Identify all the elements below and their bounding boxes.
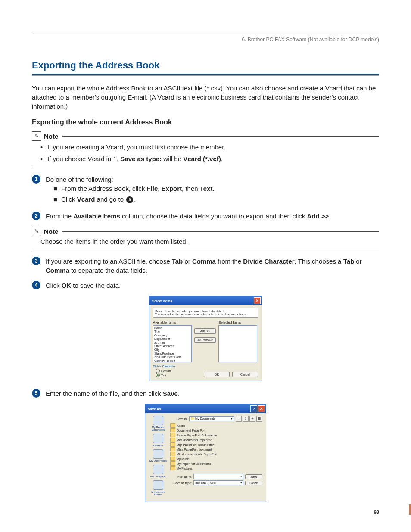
list-item[interactable]: Zip Code/Post Code <box>154 355 190 359</box>
step-number-icon: 3 <box>32 257 40 265</box>
cancel-button[interactable]: Cancel <box>245 481 262 485</box>
select-items-dialog: Select Items ✕ Select items in the order… <box>149 296 262 381</box>
list-item[interactable]: Job Title <box>154 341 190 345</box>
section-heading: Exporting the whole current Address Book <box>32 118 379 126</box>
places-item[interactable]: My Network Places <box>149 480 168 496</box>
note-item: If you choose Vcard in 1, Save as type: … <box>47 154 223 163</box>
cancel-button[interactable]: Cancel <box>232 372 258 377</box>
remove-button[interactable]: << Remove <box>194 337 216 343</box>
available-items-label: Available Items <box>153 320 192 324</box>
note-header-2: ✎ Note <box>32 227 379 236</box>
step-ref-1-icon: 1 <box>113 154 117 163</box>
step-5: 5 Enter the name of the file, and then c… <box>32 389 379 398</box>
folder-icon <box>170 457 175 461</box>
list-item[interactable]: Title <box>154 330 190 333</box>
list-item[interactable]: My PaperPort Documents <box>170 461 262 466</box>
list-item[interactable]: Mina PaperPort-dokument <box>170 447 262 451</box>
list-item[interactable]: Department <box>154 337 190 341</box>
list-item[interactable]: Name <box>154 327 190 330</box>
help-button[interactable]: ? <box>250 405 257 412</box>
page-title: Exporting the Address Book <box>32 60 379 71</box>
back-button[interactable]: ← <box>236 416 242 422</box>
places-label: Desktop <box>149 444 168 447</box>
radio-comma[interactable]: Comma <box>156 369 175 373</box>
folder-icon <box>153 416 163 425</box>
folder-icon <box>170 438 175 442</box>
list-item[interactable]: Mis documentos de PaperPort <box>170 452 262 456</box>
note-label: Note <box>44 228 58 235</box>
breadcrumb: 6. Brother PC-FAX Software (Not availabl… <box>32 37 379 43</box>
folder-list[interactable]: AdobeDocumenti PaperPortEigene PaperPort… <box>170 423 262 470</box>
places-item[interactable]: My Recent Documents <box>149 416 168 431</box>
folder-icon <box>170 461 175 466</box>
places-item[interactable]: My Computer <box>149 465 168 478</box>
folder-icon <box>170 433 175 437</box>
places-item[interactable]: My Documents <box>149 449 168 462</box>
places-item[interactable]: Desktop <box>149 434 168 447</box>
radio-tab[interactable]: Tab <box>156 373 175 377</box>
available-items-list[interactable]: NameTitleCompanyDepartmentJob TitleStree… <box>153 325 192 362</box>
close-button[interactable]: ✕ <box>254 297 261 304</box>
folder-icon <box>170 428 175 432</box>
places-label: My Network Places <box>149 491 168 496</box>
save-button[interactable]: Save <box>245 474 262 479</box>
folder-icon <box>153 434 163 443</box>
folder-icon <box>170 466 175 470</box>
folder-icon <box>170 442 175 447</box>
up-button[interactable]: ⤴ <box>243 416 249 422</box>
intro-paragraph: You can export the whole Address Book to… <box>32 84 379 111</box>
ok-button[interactable]: OK <box>204 372 230 377</box>
folder-icon <box>170 423 175 428</box>
dialog-title: Select Items <box>152 299 172 303</box>
filename-input[interactable]: ▾ <box>193 474 243 479</box>
list-item[interactable]: State/Province <box>154 352 190 355</box>
save-as-type-combo[interactable]: Text files {*.csv}▾ <box>193 480 243 485</box>
save-in-combo[interactable]: 📁 My Documents▾ <box>189 416 234 421</box>
note-label: Note <box>44 133 58 140</box>
close-button[interactable]: ✕ <box>258 405 265 412</box>
step-number-icon: 5 <box>32 389 40 398</box>
list-item[interactable]: My Pictures <box>170 466 262 470</box>
selected-items-label: Selected Items <box>218 320 257 324</box>
step-4: 4 Click OK to save the data. <box>32 281 379 290</box>
note-item: If you are creating a Vcard, you must fi… <box>47 143 226 152</box>
step-number-icon: 2 <box>32 212 40 220</box>
list-item[interactable]: Street Address <box>154 345 190 348</box>
section-tab <box>409 504 411 515</box>
note-text: Choose the items in the order you want t… <box>40 238 379 245</box>
add-button[interactable]: Add >> <box>194 328 216 334</box>
save-as-type-label: Save as type: <box>170 482 192 485</box>
places-label: My Documents <box>149 460 168 462</box>
list-item[interactable]: Documenti PaperPort <box>170 428 262 432</box>
new-folder-button[interactable]: ✳ <box>249 416 255 422</box>
list-item[interactable]: Country/Region <box>154 359 190 362</box>
list-item[interactable]: Mes documents PaperPort <box>170 438 262 442</box>
places-label: My Recent Documents <box>149 426 168 431</box>
step-number-icon: 1 <box>32 175 40 184</box>
folder-icon <box>170 452 175 456</box>
filename-label: File name: <box>170 475 192 478</box>
list-item[interactable]: City <box>154 348 190 352</box>
list-item[interactable]: Adobe <box>170 423 262 428</box>
folder-icon <box>170 447 175 451</box>
divide-character-label: Divide Character <box>153 365 175 368</box>
step-2: 2 From the Available Items column, choos… <box>32 212 379 221</box>
list-item[interactable]: My Music <box>170 457 262 461</box>
save-as-dialog: Save As ? ✕ My Recent DocumentsDesktopMy… <box>145 404 266 502</box>
list-item[interactable]: Mijn PaperPort-documenten <box>170 442 262 447</box>
folder-icon <box>153 465 163 474</box>
folder-icon <box>153 449 163 459</box>
page-number: 98 <box>374 510 379 515</box>
note-icon: ✎ <box>32 227 41 236</box>
list-item[interactable]: Eigene PaperPort-Dokumente <box>170 433 262 437</box>
step-1: 1 Do one of the following: ■ From the Ad… <box>32 175 379 205</box>
selected-items-list[interactable] <box>218 325 257 362</box>
step-3: 3 If you are exporting to an ASCII file,… <box>32 257 379 275</box>
views-button[interactable]: ☰ <box>256 416 262 422</box>
step-number-icon: 4 <box>32 281 40 289</box>
dialog-info: Select items in the order you want them … <box>153 308 258 318</box>
save-in-label: Save in: <box>170 417 187 420</box>
note-header-1: ✎ Note <box>32 131 379 141</box>
dialog-title: Save As <box>148 407 161 411</box>
list-item[interactable]: Company <box>154 334 190 337</box>
